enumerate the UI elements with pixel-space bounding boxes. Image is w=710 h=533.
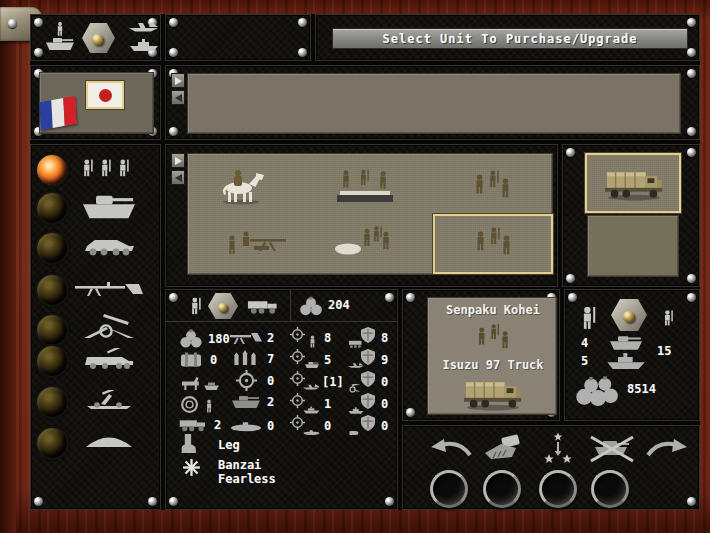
class-airdefense-button[interactable]: [35, 344, 69, 378]
scroll-right-button[interactable]: [171, 73, 185, 88]
unit-transport-toggle-hex[interactable]: [208, 293, 238, 319]
stat-value: 0: [381, 375, 388, 389]
infantry-icon[interactable]: [65, 152, 153, 184]
prestige-value: 8514: [627, 382, 656, 396]
defense-ammo-icon: [348, 415, 378, 437]
unit-info-panel: Senpaku Kohei Isuzu 97 Truck: [402, 289, 560, 421]
defense-close-icon: [348, 371, 378, 393]
screw: [687, 127, 696, 136]
stat-defense-ammo: 0: [348, 415, 388, 437]
stat-attack-naval: 1: [290, 393, 331, 415]
stat-rockets: 7: [232, 350, 274, 367]
stat-ammo: 0: [180, 351, 217, 368]
stat-value: 0: [381, 397, 388, 411]
range-crosshair-icon: [236, 370, 257, 391]
elite-upgrade-button[interactable]: [539, 470, 577, 508]
unit-domain-toggle-panel: [30, 14, 161, 61]
tank-icon[interactable]: [65, 190, 153, 222]
class-artillery-button[interactable]: [35, 313, 69, 347]
class-recon-button[interactable]: [35, 231, 69, 265]
infantry-slots-value: 4: [581, 336, 588, 350]
elite-upgrade-icon: [539, 432, 577, 464]
screw: [34, 497, 43, 506]
stat-spotting: [180, 395, 218, 414]
unit-sprite-machinegun-team[interactable]: [224, 226, 290, 254]
capacity-toggle-hex[interactable]: [611, 299, 647, 331]
undo-button[interactable]: [430, 470, 468, 508]
unit-sprite-cavalry[interactable]: [212, 164, 268, 206]
trait-label-2: Fearless: [218, 472, 276, 486]
tank-icon: [601, 335, 651, 351]
class-flak-button[interactable]: [35, 385, 69, 419]
screw: [406, 408, 415, 417]
screw: [566, 274, 575, 283]
soldier-small-icon[interactable]: [663, 306, 674, 330]
air-sea-units-icon[interactable]: [123, 21, 165, 55]
artillery-icon[interactable]: [65, 310, 153, 342]
naval-value: 15: [657, 344, 671, 358]
scroll-left-button[interactable]: [171, 90, 185, 105]
air-defense-vehicle-icon[interactable]: [65, 343, 153, 375]
recon-icon[interactable]: [65, 230, 153, 262]
unit-class-sidebar: [30, 144, 161, 510]
land-units-icon[interactable]: [39, 22, 81, 54]
action-panel: [402, 425, 700, 510]
class-toggle-hex[interactable]: [82, 23, 115, 53]
initiative-tank-icon: [230, 395, 262, 409]
purchase-screen: Select Unit To Purchase/Upgrade: [0, 0, 710, 533]
attack-air-icon: [290, 371, 320, 393]
trait-star-icon: [182, 458, 201, 477]
class-tank-button[interactable]: [35, 191, 69, 225]
right-arrow-icon: [175, 157, 182, 165]
transport-slot-selected[interactable]: [585, 153, 681, 213]
unit-info-sprite-cargo-truck: [462, 376, 524, 412]
selected-unit-cell[interactable]: [433, 214, 553, 274]
stat-value: 0: [324, 419, 331, 433]
done-icon[interactable]: [645, 438, 689, 458]
unit-sprite-rifle-squad[interactable]: [472, 166, 512, 206]
disband-button[interactable]: [591, 470, 629, 508]
class-naval-button[interactable]: [35, 426, 69, 460]
screw: [687, 48, 696, 57]
transport-slot-empty[interactable]: [587, 215, 679, 277]
france-flag[interactable]: [39, 96, 76, 130]
stat-defense-air: 9: [348, 349, 388, 371]
unit-sprite-landing-craft-squad[interactable]: [336, 168, 394, 206]
stat-value: 8: [324, 331, 331, 345]
soldier-large-icon[interactable]: [581, 302, 597, 334]
attack-naval-icon: [290, 393, 320, 415]
stat-attack-air: [1]: [290, 371, 344, 393]
japan-flag[interactable]: [86, 81, 124, 109]
japan-flag-disc: [99, 89, 112, 102]
stat-submarine: 0: [230, 419, 274, 433]
screw: [298, 48, 307, 57]
stats-panel: 204 180 2 8 8 0 7 5 9 0 [1]: [165, 289, 398, 510]
upgrade-candidates-box[interactable]: [187, 73, 681, 134]
stat-value: 180: [208, 332, 230, 346]
nation-panel: [30, 65, 161, 140]
unit-sprite-engineer-boat-squad[interactable]: [334, 224, 392, 256]
screw: [169, 48, 178, 57]
screw: [169, 127, 178, 136]
screw: [687, 148, 696, 157]
title-bar: Select Unit To Purchase/Upgrade: [332, 28, 688, 49]
units-scroll-left-button[interactable]: [171, 170, 185, 185]
purchase-button[interactable]: [483, 470, 521, 508]
left-arrow-icon: [175, 94, 182, 102]
anti-tank-icon[interactable]: [65, 272, 153, 304]
money-bags-icon: [178, 329, 204, 348]
truck-icon[interactable]: [246, 298, 280, 314]
stat-defense-close: 0: [348, 371, 388, 393]
toggle-knob-icon: [92, 34, 103, 45]
class-antitank-button[interactable]: [35, 273, 69, 307]
flak-gun-icon[interactable]: [65, 384, 153, 416]
unit-grid-box: [187, 153, 553, 275]
units-scroll-right-button[interactable]: [171, 153, 185, 168]
attack-sub-icon: [290, 415, 320, 437]
soldier-icon[interactable]: [190, 294, 202, 318]
attack-soft-icon: [290, 327, 320, 349]
screw: [687, 69, 696, 78]
movement-truck-icon: [178, 417, 208, 432]
naval-icon[interactable]: [65, 426, 153, 458]
class-infantry-button[interactable]: [35, 153, 69, 187]
